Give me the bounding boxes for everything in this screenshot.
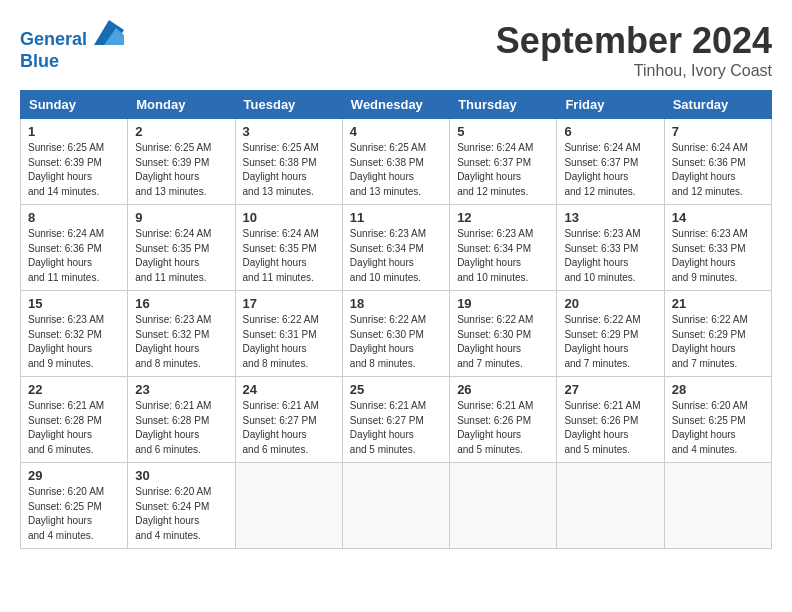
day-number: 2 xyxy=(135,124,227,139)
col-header-friday: Friday xyxy=(557,91,664,119)
title-section: September 2024 Tinhou, Ivory Coast xyxy=(496,20,772,80)
cell-info: Sunrise: 6:23 AMSunset: 6:34 PMDaylight … xyxy=(350,227,442,285)
logo: General Blue xyxy=(20,20,124,72)
day-number: 6 xyxy=(564,124,656,139)
page-header: General Blue September 2024 Tinhou, Ivor… xyxy=(20,20,772,80)
calendar-cell: 1 Sunrise: 6:25 AMSunset: 6:39 PMDayligh… xyxy=(21,119,128,205)
calendar-cell: 16 Sunrise: 6:23 AMSunset: 6:32 PMDaylig… xyxy=(128,291,235,377)
day-number: 23 xyxy=(135,382,227,397)
calendar-cell xyxy=(664,463,771,549)
calendar-table: SundayMondayTuesdayWednesdayThursdayFrid… xyxy=(20,90,772,549)
day-number: 5 xyxy=(457,124,549,139)
calendar-week-5: 29 Sunrise: 6:20 AMSunset: 6:25 PMDaylig… xyxy=(21,463,772,549)
calendar-cell: 10 Sunrise: 6:24 AMSunset: 6:35 PMDaylig… xyxy=(235,205,342,291)
day-number: 4 xyxy=(350,124,442,139)
col-header-sunday: Sunday xyxy=(21,91,128,119)
cell-info: Sunrise: 6:23 AMSunset: 6:33 PMDaylight … xyxy=(672,227,764,285)
calendar-week-4: 22 Sunrise: 6:21 AMSunset: 6:28 PMDaylig… xyxy=(21,377,772,463)
day-number: 20 xyxy=(564,296,656,311)
cell-info: Sunrise: 6:23 AMSunset: 6:32 PMDaylight … xyxy=(135,313,227,371)
day-number: 26 xyxy=(457,382,549,397)
calendar-cell xyxy=(342,463,449,549)
calendar-cell: 14 Sunrise: 6:23 AMSunset: 6:33 PMDaylig… xyxy=(664,205,771,291)
cell-info: Sunrise: 6:22 AMSunset: 6:29 PMDaylight … xyxy=(564,313,656,371)
calendar-cell: 30 Sunrise: 6:20 AMSunset: 6:24 PMDaylig… xyxy=(128,463,235,549)
calendar-cell: 18 Sunrise: 6:22 AMSunset: 6:30 PMDaylig… xyxy=(342,291,449,377)
cell-info: Sunrise: 6:24 AMSunset: 6:37 PMDaylight … xyxy=(564,141,656,199)
col-header-thursday: Thursday xyxy=(450,91,557,119)
cell-info: Sunrise: 6:24 AMSunset: 6:35 PMDaylight … xyxy=(135,227,227,285)
cell-info: Sunrise: 6:21 AMSunset: 6:26 PMDaylight … xyxy=(457,399,549,457)
cell-info: Sunrise: 6:24 AMSunset: 6:36 PMDaylight … xyxy=(28,227,120,285)
day-number: 3 xyxy=(243,124,335,139)
day-number: 9 xyxy=(135,210,227,225)
cell-info: Sunrise: 6:25 AMSunset: 6:38 PMDaylight … xyxy=(350,141,442,199)
calendar-cell: 19 Sunrise: 6:22 AMSunset: 6:30 PMDaylig… xyxy=(450,291,557,377)
calendar-cell: 2 Sunrise: 6:25 AMSunset: 6:39 PMDayligh… xyxy=(128,119,235,205)
day-number: 1 xyxy=(28,124,120,139)
cell-info: Sunrise: 6:21 AMSunset: 6:28 PMDaylight … xyxy=(135,399,227,457)
calendar-cell: 17 Sunrise: 6:22 AMSunset: 6:31 PMDaylig… xyxy=(235,291,342,377)
cell-info: Sunrise: 6:20 AMSunset: 6:25 PMDaylight … xyxy=(28,485,120,543)
day-number: 28 xyxy=(672,382,764,397)
cell-info: Sunrise: 6:22 AMSunset: 6:29 PMDaylight … xyxy=(672,313,764,371)
location: Tinhou, Ivory Coast xyxy=(496,62,772,80)
cell-info: Sunrise: 6:24 AMSunset: 6:35 PMDaylight … xyxy=(243,227,335,285)
calendar-cell xyxy=(450,463,557,549)
day-number: 18 xyxy=(350,296,442,311)
calendar-cell: 5 Sunrise: 6:24 AMSunset: 6:37 PMDayligh… xyxy=(450,119,557,205)
cell-info: Sunrise: 6:24 AMSunset: 6:36 PMDaylight … xyxy=(672,141,764,199)
logo-blue: Blue xyxy=(20,51,59,71)
calendar-cell: 9 Sunrise: 6:24 AMSunset: 6:35 PMDayligh… xyxy=(128,205,235,291)
day-number: 10 xyxy=(243,210,335,225)
cell-info: Sunrise: 6:21 AMSunset: 6:27 PMDaylight … xyxy=(243,399,335,457)
logo-icon xyxy=(94,20,124,45)
day-number: 21 xyxy=(672,296,764,311)
calendar-cell: 20 Sunrise: 6:22 AMSunset: 6:29 PMDaylig… xyxy=(557,291,664,377)
calendar-cell: 28 Sunrise: 6:20 AMSunset: 6:25 PMDaylig… xyxy=(664,377,771,463)
day-number: 24 xyxy=(243,382,335,397)
cell-info: Sunrise: 6:21 AMSunset: 6:27 PMDaylight … xyxy=(350,399,442,457)
calendar-cell: 3 Sunrise: 6:25 AMSunset: 6:38 PMDayligh… xyxy=(235,119,342,205)
day-number: 25 xyxy=(350,382,442,397)
calendar-week-1: 1 Sunrise: 6:25 AMSunset: 6:39 PMDayligh… xyxy=(21,119,772,205)
calendar-cell: 29 Sunrise: 6:20 AMSunset: 6:25 PMDaylig… xyxy=(21,463,128,549)
cell-info: Sunrise: 6:21 AMSunset: 6:26 PMDaylight … xyxy=(564,399,656,457)
col-header-saturday: Saturday xyxy=(664,91,771,119)
month-title: September 2024 xyxy=(496,20,772,62)
calendar-cell: 15 Sunrise: 6:23 AMSunset: 6:32 PMDaylig… xyxy=(21,291,128,377)
calendar-cell xyxy=(235,463,342,549)
cell-info: Sunrise: 6:20 AMSunset: 6:25 PMDaylight … xyxy=(672,399,764,457)
calendar-cell: 22 Sunrise: 6:21 AMSunset: 6:28 PMDaylig… xyxy=(21,377,128,463)
cell-info: Sunrise: 6:24 AMSunset: 6:37 PMDaylight … xyxy=(457,141,549,199)
calendar-cell: 11 Sunrise: 6:23 AMSunset: 6:34 PMDaylig… xyxy=(342,205,449,291)
col-header-tuesday: Tuesday xyxy=(235,91,342,119)
day-number: 14 xyxy=(672,210,764,225)
cell-info: Sunrise: 6:23 AMSunset: 6:34 PMDaylight … xyxy=(457,227,549,285)
calendar-cell xyxy=(557,463,664,549)
calendar-cell: 7 Sunrise: 6:24 AMSunset: 6:36 PMDayligh… xyxy=(664,119,771,205)
calendar-cell: 8 Sunrise: 6:24 AMSunset: 6:36 PMDayligh… xyxy=(21,205,128,291)
day-number: 11 xyxy=(350,210,442,225)
calendar-cell: 23 Sunrise: 6:21 AMSunset: 6:28 PMDaylig… xyxy=(128,377,235,463)
day-number: 8 xyxy=(28,210,120,225)
calendar-week-3: 15 Sunrise: 6:23 AMSunset: 6:32 PMDaylig… xyxy=(21,291,772,377)
day-number: 13 xyxy=(564,210,656,225)
calendar-body: 1 Sunrise: 6:25 AMSunset: 6:39 PMDayligh… xyxy=(21,119,772,549)
calendar-cell: 12 Sunrise: 6:23 AMSunset: 6:34 PMDaylig… xyxy=(450,205,557,291)
cell-info: Sunrise: 6:25 AMSunset: 6:38 PMDaylight … xyxy=(243,141,335,199)
day-number: 15 xyxy=(28,296,120,311)
calendar-cell: 13 Sunrise: 6:23 AMSunset: 6:33 PMDaylig… xyxy=(557,205,664,291)
day-number: 30 xyxy=(135,468,227,483)
day-number: 12 xyxy=(457,210,549,225)
logo-general: General xyxy=(20,29,87,49)
cell-info: Sunrise: 6:22 AMSunset: 6:30 PMDaylight … xyxy=(457,313,549,371)
cell-info: Sunrise: 6:25 AMSunset: 6:39 PMDaylight … xyxy=(135,141,227,199)
calendar-cell: 6 Sunrise: 6:24 AMSunset: 6:37 PMDayligh… xyxy=(557,119,664,205)
calendar-cell: 27 Sunrise: 6:21 AMSunset: 6:26 PMDaylig… xyxy=(557,377,664,463)
cell-info: Sunrise: 6:22 AMSunset: 6:31 PMDaylight … xyxy=(243,313,335,371)
calendar-cell: 26 Sunrise: 6:21 AMSunset: 6:26 PMDaylig… xyxy=(450,377,557,463)
calendar-cell: 24 Sunrise: 6:21 AMSunset: 6:27 PMDaylig… xyxy=(235,377,342,463)
cell-info: Sunrise: 6:20 AMSunset: 6:24 PMDaylight … xyxy=(135,485,227,543)
day-number: 7 xyxy=(672,124,764,139)
